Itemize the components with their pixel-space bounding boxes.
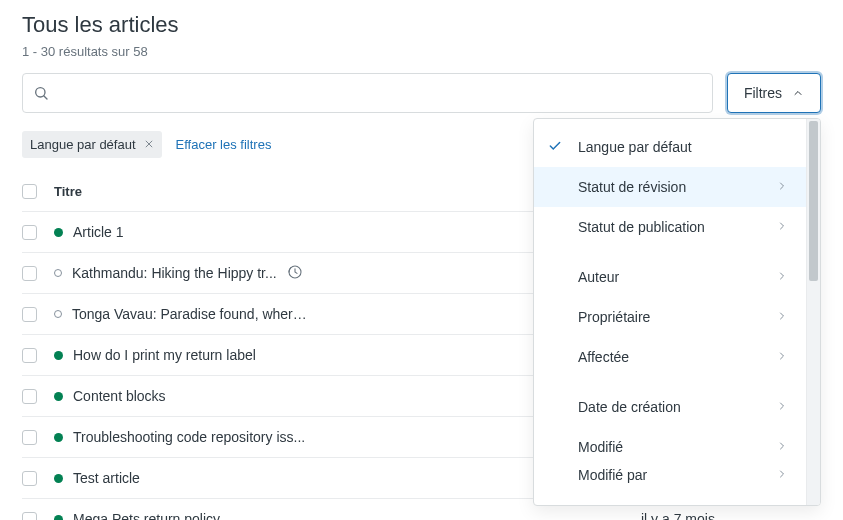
- filter-menu-item[interactable]: Date de création: [534, 387, 806, 427]
- row-checkbox[interactable]: [22, 266, 37, 281]
- row-checkbox[interactable]: [22, 430, 37, 445]
- filter-menu-item-label: Propriétaire: [578, 309, 650, 325]
- chevron-right-icon: [776, 349, 788, 365]
- svg-line-1: [44, 96, 47, 99]
- row-title[interactable]: Tonga Vavau: Paradise found, where...: [72, 306, 312, 322]
- status-dot: [54, 269, 62, 277]
- row-title[interactable]: Content blocks: [73, 388, 166, 404]
- chevron-right-icon: [776, 309, 788, 325]
- history-icon: [287, 264, 303, 283]
- chevron-right-icon: [776, 179, 788, 195]
- chevron-right-icon: [776, 439, 788, 455]
- row-checkbox[interactable]: [22, 307, 37, 322]
- row-checkbox[interactable]: [22, 225, 37, 240]
- chevron-right-icon: [776, 269, 788, 285]
- row-checkbox[interactable]: [22, 512, 37, 521]
- menu-separator: [534, 247, 806, 257]
- results-summary: 1 - 30 résultats sur 58: [22, 44, 821, 59]
- menu-separator: [534, 377, 806, 387]
- filter-menu-item[interactable]: Modifié par: [534, 467, 806, 491]
- status-dot: [54, 474, 63, 483]
- filter-menu-item-label: Affectée: [578, 349, 629, 365]
- row-title[interactable]: Kathmandu: Hiking the Hippy tr...: [72, 265, 277, 281]
- status-dot: [54, 228, 63, 237]
- clear-filters-link[interactable]: Effacer les filtres: [176, 137, 272, 152]
- filter-menu-item[interactable]: Statut de publication: [534, 207, 806, 247]
- filter-menu-item-label: Statut de révision: [578, 179, 686, 195]
- row-title[interactable]: Mega Pets return policy: [73, 511, 220, 520]
- row-title[interactable]: Troubleshooting code repository iss...: [73, 429, 305, 445]
- filters-button[interactable]: Filtres: [727, 73, 821, 113]
- search-input[interactable]: [57, 84, 702, 102]
- chevron-right-icon: [776, 467, 788, 483]
- filter-menu-item-label: Statut de publication: [578, 219, 705, 235]
- chevron-right-icon: [776, 399, 788, 415]
- filters-flyout: Langue par défautStatut de révisionStatu…: [533, 118, 821, 506]
- toolbar: Filtres: [22, 73, 821, 113]
- chevron-right-icon: [776, 219, 788, 235]
- check-icon: [548, 139, 562, 156]
- filter-menu-item[interactable]: Auteur: [534, 257, 806, 297]
- scrollbar-track[interactable]: [806, 119, 820, 505]
- filter-menu-item-label: Date de création: [578, 399, 681, 415]
- search-input-wrap[interactable]: [22, 73, 713, 113]
- filter-menu-item-label: Langue par défaut: [578, 139, 692, 155]
- filter-menu-item-label: Modifié par: [578, 467, 647, 483]
- status-dot: [54, 433, 63, 442]
- status-dot: [54, 392, 63, 401]
- row-title[interactable]: Test article: [73, 470, 140, 486]
- filter-chip-default-lang[interactable]: Langue par défaut: [22, 131, 162, 158]
- search-icon: [33, 85, 49, 101]
- row-checkbox[interactable]: [22, 348, 37, 363]
- filter-menu-item[interactable]: Modifié: [534, 427, 806, 467]
- row-title[interactable]: How do I print my return label: [73, 347, 256, 363]
- filter-menu-item[interactable]: Affectée: [534, 337, 806, 377]
- status-dot: [54, 351, 63, 360]
- row-checkbox[interactable]: [22, 389, 37, 404]
- filters-button-label: Filtres: [744, 85, 782, 101]
- filter-menu-item[interactable]: Statut de révision: [534, 167, 806, 207]
- status-dot: [54, 310, 62, 318]
- filters-flyout-list: Langue par défautStatut de révisionStatu…: [534, 119, 806, 505]
- row-modified: il y a 7 mois: [641, 511, 715, 520]
- close-icon[interactable]: [144, 137, 154, 152]
- filter-menu-item[interactable]: Langue par défaut: [534, 127, 806, 167]
- scrollbar-thumb[interactable]: [809, 121, 818, 281]
- filter-chip-label: Langue par défaut: [30, 137, 136, 152]
- chevron-up-icon: [792, 87, 804, 99]
- select-all-checkbox[interactable]: [22, 184, 37, 199]
- filter-menu-item-label: Modifié: [578, 439, 623, 455]
- filter-menu-item-label: Auteur: [578, 269, 619, 285]
- page-title: Tous les articles: [22, 12, 821, 38]
- status-dot: [54, 515, 63, 521]
- filter-menu-item[interactable]: Propriétaire: [534, 297, 806, 337]
- row-checkbox[interactable]: [22, 471, 37, 486]
- row-title[interactable]: Article 1: [73, 224, 124, 240]
- column-header-title[interactable]: Titre: [54, 184, 82, 199]
